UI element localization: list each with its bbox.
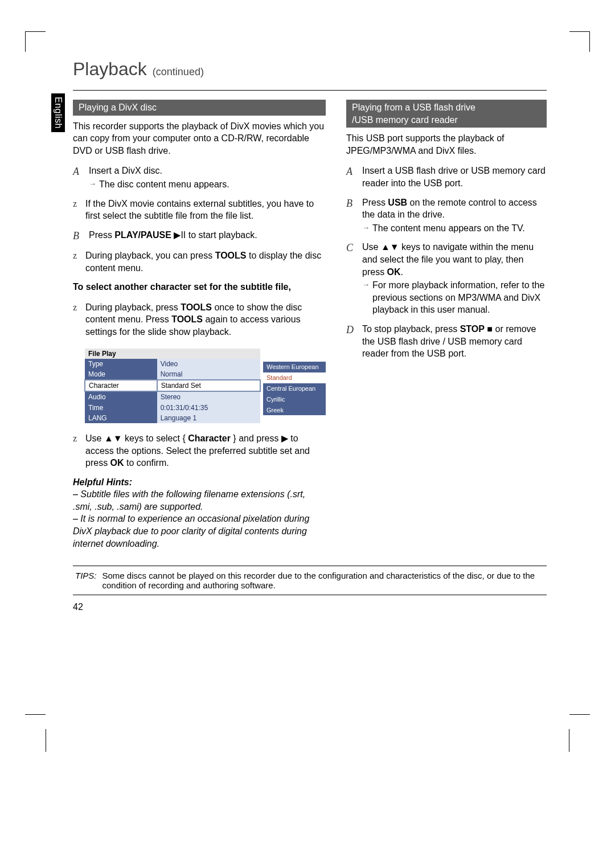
column-right: Playing from a USB flash drive /USB memo…: [346, 100, 547, 550]
title-main: Playback: [73, 59, 147, 80]
osd-table-wrap: File Play TypeVideo ModeNormal Character…: [73, 345, 326, 432]
intro-text: This USB port supports the playback of J…: [346, 132, 547, 157]
osd-value: Normal: [157, 369, 260, 380]
osd-value: 0:01:31/0:41:35: [157, 403, 260, 413]
dropdown-option-selected: Standard: [263, 372, 326, 383]
divider: [73, 90, 547, 91]
key-label: TOOLS: [215, 251, 247, 260]
dropdown-option: Greek: [263, 405, 326, 416]
t: Press: [362, 198, 388, 207]
help-item: – It is normal to experience an occasion…: [73, 513, 326, 550]
t: To stop playback, press: [362, 324, 460, 334]
heading-line1: Playing from a USB flash drive: [352, 103, 475, 112]
key-label: TOOLS: [181, 302, 212, 312]
osd-dropdown: Western European Standard Central Europe…: [263, 362, 326, 415]
step-sub: The content menu appears on the TV.: [362, 222, 547, 235]
note-bullet: z If the DivX movie contains external su…: [73, 198, 326, 222]
title-sub: (continued): [153, 66, 204, 78]
t: During playback, you can press: [85, 251, 215, 260]
dropdown-option: Central European: [263, 383, 326, 394]
step-marker: D: [346, 323, 358, 360]
step-2: B Press USB on the remote control to acc…: [346, 196, 547, 235]
step-sub: The disc content menu appears.: [89, 178, 326, 191]
osd-label: LANG: [85, 413, 157, 423]
note-bullet: z During playback, you can press TOOLS t…: [73, 249, 326, 274]
key-label: TOOLS: [171, 314, 203, 324]
step-4: D To stop playback, press STOP ■ or remo…: [346, 323, 547, 360]
tips-text: Some discs cannot be played on this reco…: [102, 571, 544, 590]
osd-label: Time: [85, 403, 157, 413]
bullet-marker: z: [73, 198, 81, 222]
step-marker: C: [346, 241, 358, 316]
step-text: Insert a USB flash drive or USB memory c…: [362, 165, 547, 189]
t: During playback, press: [85, 302, 181, 312]
tips-label: TIPS:: [75, 571, 97, 590]
helpful-hints: Helpful Hints: – Subtitle files with the…: [73, 476, 326, 550]
osd-title: File Play: [85, 349, 260, 359]
osd-value: Stereo: [157, 391, 260, 402]
dropdown-option: Western European: [263, 362, 326, 372]
section-heading-divx: Playing a DivX disc: [73, 100, 326, 116]
subheading-subtitle: To select another character set for the …: [73, 281, 326, 293]
intro-text: This recorder supports the playback of D…: [73, 120, 326, 157]
helpful-title: Helpful Hints:: [73, 476, 326, 489]
osd-table: File Play TypeVideo ModeNormal Character…: [84, 349, 261, 423]
step-3: C Use ▲▼ keys to navigate within the men…: [346, 241, 547, 316]
step-marker: B: [73, 229, 84, 243]
step-marker: A: [73, 165, 84, 190]
key-label: OK: [387, 267, 401, 277]
note-bullet: z During playback, press TOOLS once to s…: [73, 301, 326, 338]
osd-label-selected: Character: [85, 380, 157, 391]
t: Use ▲▼ keys to select {: [85, 433, 188, 443]
key-label: STOP: [460, 324, 485, 334]
step-text: Insert a DivX disc.: [89, 166, 162, 175]
t: Press: [89, 230, 114, 240]
tips-box: TIPS: Some discs cannot be played on thi…: [73, 566, 547, 595]
t: ▶II to start playback.: [171, 230, 257, 240]
page-number: 42: [73, 602, 547, 612]
key-label: PLAY/PAUSE: [114, 230, 171, 240]
heading-line2: /USB memory card reader: [352, 115, 458, 125]
note-bullet: z Use ▲▼ keys to select { Character } an…: [73, 432, 326, 469]
osd-label: Mode: [85, 369, 157, 380]
step-2: B Press PLAY/PAUSE ▶II to start playback…: [73, 229, 326, 243]
step-1: A Insert a USB flash drive or USB memory…: [346, 165, 547, 189]
step-1: A Insert a DivX disc. The disc content m…: [73, 165, 326, 190]
bullet-marker: z: [73, 432, 81, 469]
key-label: OK: [110, 458, 124, 468]
bullet-text: If the DivX movie contains external subt…: [85, 198, 326, 222]
step-sub: For more playback information, refer to …: [362, 279, 547, 316]
key-label: USB: [388, 198, 407, 207]
step-marker: A: [346, 165, 358, 189]
section-heading-usb: Playing from a USB flash drive /USB memo…: [346, 100, 547, 128]
osd-label: Type: [85, 359, 157, 369]
t: .: [401, 267, 403, 277]
page-title: Playback (continued): [73, 59, 547, 80]
column-left: Playing a DivX disc This recorder suppor…: [73, 100, 326, 550]
option-name: Character: [188, 433, 231, 443]
help-item: – Subtitle files with the following file…: [73, 488, 326, 513]
osd-value-selected: Standard Set: [157, 380, 260, 391]
osd-label: Audio: [85, 391, 157, 402]
bullet-marker: z: [73, 301, 81, 338]
step-marker: B: [346, 196, 358, 235]
bullet-marker: z: [73, 249, 81, 274]
dropdown-option: Cyrillic: [263, 394, 326, 405]
osd-value: Video: [157, 359, 260, 369]
t: to confirm.: [124, 458, 169, 468]
osd-value: Language 1: [157, 413, 260, 423]
